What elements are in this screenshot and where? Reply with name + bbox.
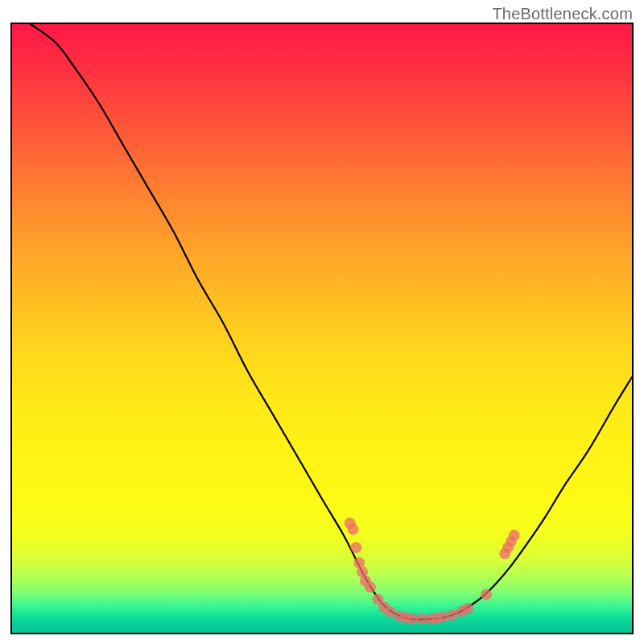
curve-marker [350,542,361,553]
chart-svg [12,24,632,633]
curve-marker [462,603,473,614]
curve-marker [509,530,520,541]
chart-plot-area [10,23,634,634]
bottleneck-curve [31,24,632,619]
curve-marker [481,588,492,600]
curve-marker [348,524,359,535]
curve-marker [365,581,376,592]
watermark-text: TheBottleneck.com [492,5,633,23]
curve-marker [437,611,448,622]
curve-markers [345,518,520,625]
